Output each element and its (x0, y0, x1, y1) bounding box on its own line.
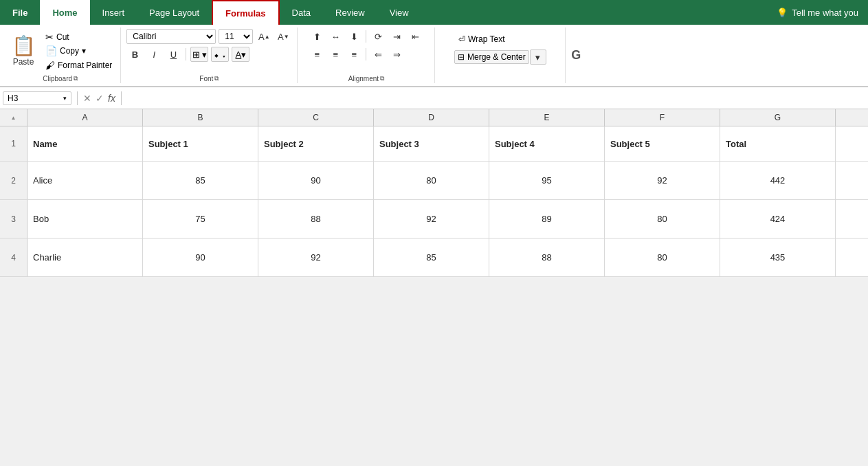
cell-b4[interactable]: 90 (143, 238, 258, 276)
tab-file[interactable]: File (0, 0, 40, 25)
increase-indent-button[interactable]: ⇥ (388, 29, 405, 44)
cell-g1[interactable]: Total (720, 126, 836, 161)
align-middle-button[interactable]: ↔ (327, 29, 344, 44)
copy-button[interactable]: 📄 Copy ▾ (43, 44, 115, 58)
cell-b2[interactable]: 85 (143, 162, 258, 199)
cut-button[interactable]: ✂ Cut (43, 30, 115, 44)
orientation-button[interactable]: ⟳ (370, 29, 386, 44)
cell-a3[interactable]: Bob (27, 200, 143, 238)
align-right-button[interactable]: ≡ (346, 47, 362, 62)
indent-less-button[interactable]: ⇐ (370, 47, 386, 62)
fill-color-button[interactable]: ⬥ ▾ (211, 47, 229, 62)
cell-c3[interactable]: 88 (258, 200, 374, 238)
cell-g4[interactable]: 435 (720, 238, 836, 276)
confirm-formula-button[interactable]: ✓ (96, 93, 104, 104)
merge-center-row: ⊟ Merge & Center ▾ (454, 49, 546, 65)
merge-dropdown-button[interactable]: ▾ (530, 49, 546, 65)
corner-cell (0, 109, 27, 126)
align-top-button[interactable]: ⬆ (309, 29, 325, 44)
bold-button[interactable]: B (126, 47, 143, 62)
decrease-font-button[interactable]: A▼ (275, 29, 291, 44)
cut-label: Cut (56, 32, 69, 42)
col-header-c[interactable]: C (258, 109, 374, 126)
font-family-select[interactable]: Calibri (126, 29, 216, 44)
cell-a4[interactable]: Charlie (27, 238, 143, 276)
font-expand-icon[interactable]: ⧉ (214, 75, 219, 82)
col-header-d[interactable]: D (374, 109, 489, 126)
merge-center-button[interactable]: ⊟ Merge & Center (454, 50, 529, 64)
tab-insert[interactable]: Insert (90, 0, 137, 25)
col-header-f[interactable]: F (605, 109, 720, 126)
formula-bar: H3 ▾ ✕ ✓ fx (0, 87, 868, 109)
col-header-a[interactable]: A (27, 109, 143, 126)
cell-e3[interactable]: 89 (489, 200, 605, 238)
font-selector-row: Calibri 11 A▲ A▼ (126, 29, 291, 44)
copy-dropdown-icon[interactable]: ▾ (82, 46, 86, 56)
format-painter-button[interactable]: 🖌 Format Painter (43, 58, 115, 72)
tab-view[interactable]: View (377, 0, 421, 25)
cell-d1[interactable]: Subject 3 (374, 126, 489, 161)
alignment-label-text: Alignment (348, 75, 379, 82)
cell-f4[interactable]: 80 (605, 238, 720, 276)
wrap-merge-group: ⏎ Wrap Text ⊟ Merge & Center ▾ (435, 27, 566, 83)
paste-icon: 📋 (12, 36, 36, 56)
italic-button[interactable]: I (146, 47, 162, 62)
cell-e2[interactable]: 95 (489, 162, 605, 199)
cell-c1[interactable]: Subject 2 (258, 126, 374, 161)
wrap-merge-group-inner: ⏎ Wrap Text ⊟ Merge & Center ▾ (454, 29, 546, 74)
cell-d2[interactable]: 80 (374, 162, 489, 199)
alignment-expand-icon[interactable]: ⧉ (380, 75, 384, 82)
tab-data[interactable]: Data (280, 0, 323, 25)
cell-a2[interactable]: Alice (27, 162, 143, 199)
cell-f1[interactable]: Subject 5 (605, 126, 720, 161)
underline-button[interactable]: U (165, 47, 181, 62)
col-header-e[interactable]: E (489, 109, 605, 126)
cell-c4[interactable]: 92 (258, 238, 374, 276)
cell-e4[interactable]: 88 (489, 238, 605, 276)
cell-d4[interactable]: 85 (374, 238, 489, 276)
row-num-3: 3 (0, 200, 27, 238)
tab-page-layout[interactable]: Page Layout (137, 0, 212, 25)
col-header-g[interactable]: G (720, 109, 836, 126)
col-header-b[interactable]: B (143, 109, 258, 126)
formula-input[interactable] (127, 91, 865, 104)
tab-bar: File Home Insert Page Layout Formulas Da… (0, 0, 868, 25)
row-num-4: 4 (0, 238, 27, 276)
cell-e1[interactable]: Subject 4 (489, 126, 605, 161)
tab-formulas[interactable]: Formulas (212, 0, 280, 25)
tell-me-bar[interactable]: 💡 Tell me what you (767, 0, 868, 25)
formula-separator-1 (77, 91, 78, 105)
font-size-select[interactable]: 11 (219, 29, 253, 44)
wrap-text-button[interactable]: ⏎ Wrap Text (454, 33, 546, 45)
indent-more-button[interactable]: ⇒ (388, 47, 405, 62)
wrap-text-icon: ⏎ (458, 34, 465, 44)
cell-c2[interactable]: 90 (258, 162, 374, 199)
align-center-button[interactable]: ≡ (327, 47, 344, 62)
tab-review[interactable]: Review (323, 0, 377, 25)
cell-b1[interactable]: Subject 1 (143, 126, 258, 161)
increase-font-button[interactable]: A▲ (256, 29, 272, 44)
font-format-row: B I U ⊞ ▾ ⬥ ▾ A ▾ (126, 47, 291, 62)
align-left-button[interactable]: ≡ (309, 47, 325, 62)
clipboard-expand-icon[interactable]: ⧉ (74, 75, 78, 82)
cell-f3[interactable]: 80 (605, 200, 720, 238)
cell-reference-box[interactable]: H3 ▾ (3, 91, 71, 105)
borders-button[interactable]: ⊞ ▾ (190, 47, 208, 62)
function-button[interactable]: fx (108, 93, 115, 104)
cell-d3[interactable]: 92 (374, 200, 489, 238)
cell-f2[interactable]: 92 (605, 162, 720, 199)
tab-home[interactable]: Home (40, 0, 89, 25)
cell-ref-dropdown[interactable]: ▾ (63, 95, 67, 102)
scissors-icon: ✂ (45, 32, 54, 43)
paste-button[interactable]: 📋 Paste (5, 29, 41, 74)
cell-b3[interactable]: 75 (143, 200, 258, 238)
cancel-formula-button[interactable]: ✕ (83, 93, 91, 104)
decrease-indent-button[interactable]: ⇤ (407, 29, 423, 44)
align-bottom-button[interactable]: ⬇ (346, 29, 362, 44)
cell-g2[interactable]: 442 (720, 162, 836, 199)
cell-a1[interactable]: Name (27, 126, 143, 161)
cell-g3[interactable]: 424 (720, 200, 836, 238)
font-color-button[interactable]: A ▾ (232, 47, 249, 62)
merge-center-label: Merge & Center (467, 52, 526, 62)
format-painter-label: Format Painter (58, 60, 112, 70)
